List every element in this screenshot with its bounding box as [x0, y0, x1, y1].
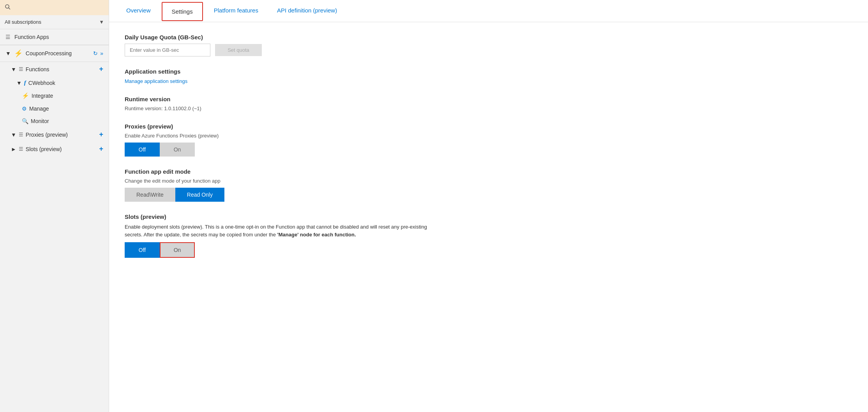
proxies-title: Proxies (preview): [125, 123, 444, 130]
expand-icon[interactable]: »: [100, 50, 103, 56]
functions-label: Functions: [26, 66, 49, 72]
edit-mode-title: Function app edit mode: [125, 168, 444, 175]
cwebhook-label: CWebhook: [28, 80, 55, 86]
list-icon: ☰: [5, 34, 11, 40]
settings-content: Daily Usage Quota (GB-Sec) Set quota App…: [109, 22, 460, 281]
tab-platform-features[interactable]: Platform features: [205, 0, 268, 22]
expand-arrow-proxies: ▼: [11, 132, 16, 138]
svg-point-0: [5, 5, 9, 8]
edit-mode-section: Function app edit mode Change the edit m…: [125, 168, 444, 202]
subscriptions-label: All subscriptions: [5, 19, 41, 25]
slots-label: Slots (preview): [26, 146, 62, 152]
proxies-description: Enable Azure Functions Proxies (preview): [125, 133, 444, 139]
edit-mode-description: Change the edit mode of your function ap…: [125, 178, 444, 184]
sidebar-item-proxies[interactable]: ▼ ☰ Proxies (preview) +: [0, 127, 109, 142]
expand-arrow-cwebhook: ▼: [16, 80, 22, 86]
slots-off-button[interactable]: Off: [125, 242, 160, 258]
bolt-app-icon: ⚡: [14, 49, 23, 58]
proxies-off-button[interactable]: Off: [125, 143, 160, 157]
list-icon-slots: ☰: [19, 146, 23, 152]
runtime-title: Runtime version: [125, 96, 444, 102]
main-content: Overview Settings Platform features API …: [109, 0, 868, 412]
set-quota-button[interactable]: Set quota: [215, 44, 262, 56]
refresh-icon[interactable]: ↻: [93, 50, 98, 56]
app-name-label: CouponProcessing: [26, 50, 90, 56]
sidebar-item-function-apps[interactable]: ☰ Function Apps: [0, 29, 109, 45]
add-function-icon[interactable]: +: [99, 65, 103, 73]
tab-overview[interactable]: Overview: [117, 0, 160, 22]
sidebar-tree: ▼ ☰ Functions + ▼ f CWebhook ⚡ Integrate…: [0, 62, 109, 156]
search-input[interactable]: [14, 5, 104, 11]
quota-title: Daily Usage Quota (GB-Sec): [125, 34, 444, 40]
function-apps-label: Function Apps: [14, 34, 49, 40]
chevron-down-icon: ▼: [99, 19, 104, 25]
manage-app-settings-link[interactable]: Manage application settings: [125, 78, 187, 84]
edit-mode-toggle-group: Read\Write Read Only: [125, 188, 444, 202]
tab-bar: Overview Settings Platform features API …: [109, 0, 868, 22]
search-icon: [5, 4, 11, 11]
manage-label: Manage: [29, 106, 49, 112]
tab-api-definition[interactable]: API definition (preview): [268, 0, 346, 22]
proxies-on-button[interactable]: On: [160, 143, 195, 157]
quota-section: Daily Usage Quota (GB-Sec) Set quota: [125, 34, 444, 56]
sidebar: All subscriptions ▼ ☰ Function Apps ▼ ⚡ …: [0, 0, 109, 412]
slots-description-bold: 'Manage' node for each function.: [277, 232, 356, 238]
quota-row: Set quota: [125, 44, 444, 56]
sidebar-item-manage[interactable]: ⚙ Manage: [0, 102, 109, 115]
function-icon-cwebhook: f: [24, 79, 26, 86]
add-proxy-icon[interactable]: +: [99, 130, 103, 139]
expand-arrow-icon: ▼: [5, 50, 11, 56]
sidebar-item-monitor[interactable]: 🔍 Monitor: [0, 115, 109, 127]
sidebar-item-cwebhook[interactable]: ▼ f CWebhook: [0, 76, 109, 89]
sidebar-item-slots[interactable]: ► ☰ Slots (preview) +: [0, 142, 109, 156]
sidebar-app-row: ▼ ⚡ CouponProcessing ↻ »: [0, 45, 109, 62]
slots-on-button[interactable]: On: [160, 242, 195, 258]
proxies-section: Proxies (preview) Enable Azure Functions…: [125, 123, 444, 157]
gear-manage-icon: ⚙: [22, 106, 27, 112]
proxies-toggle-group: Off On: [125, 143, 444, 157]
list-icon-proxies: ☰: [19, 132, 23, 137]
subscriptions-dropdown[interactable]: All subscriptions ▼: [0, 15, 109, 29]
slots-toggle-group: Off On: [125, 242, 444, 258]
expand-arrow-functions: ▼: [11, 66, 16, 72]
monitor-label: Monitor: [31, 118, 49, 124]
proxies-label: Proxies (preview): [26, 132, 68, 138]
runtime-description: Runtime version: 1.0.11002.0 (~1): [125, 106, 444, 111]
tab-settings[interactable]: Settings: [162, 2, 203, 21]
bolt-integrate-icon: ⚡: [22, 92, 29, 99]
app-settings-section: Application settings Manage application …: [125, 68, 444, 84]
runtime-section: Runtime version Runtime version: 1.0.110…: [125, 96, 444, 111]
slots-title: Slots (preview): [125, 213, 444, 220]
readonly-button[interactable]: Read Only: [175, 188, 224, 202]
list-icon-functions: ☰: [19, 66, 23, 72]
sidebar-item-integrate[interactable]: ⚡ Integrate: [0, 89, 109, 102]
svg-line-1: [9, 8, 10, 9]
expand-arrow-slots: ►: [11, 146, 16, 152]
app-action-icons: ↻ »: [93, 50, 103, 56]
slots-description-text: Enable deployment slots (preview). This …: [125, 224, 427, 238]
slots-section: Slots (preview) Enable deployment slots …: [125, 213, 444, 258]
quota-input[interactable]: [125, 44, 210, 56]
integrate-label: Integrate: [32, 93, 53, 99]
slots-description: Enable deployment slots (preview). This …: [125, 223, 436, 238]
search-bar[interactable]: [0, 0, 109, 15]
add-slot-icon[interactable]: +: [99, 145, 103, 153]
app-settings-title: Application settings: [125, 68, 444, 75]
sidebar-item-functions[interactable]: ▼ ☰ Functions +: [0, 62, 109, 76]
search-monitor-icon: 🔍: [22, 118, 28, 124]
readwrite-button[interactable]: Read\Write: [125, 188, 175, 202]
